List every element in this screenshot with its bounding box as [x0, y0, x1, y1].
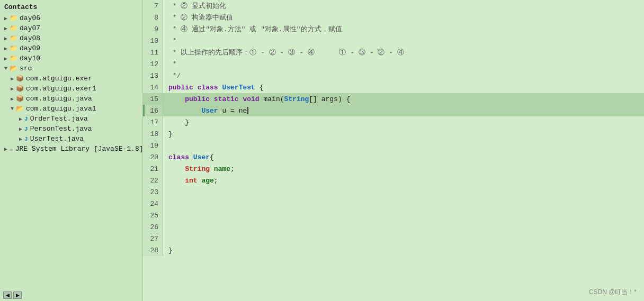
code-text [239, 95, 243, 103]
line-content: * [163, 35, 644, 47]
class-name: UserTest [222, 84, 255, 92]
line-number: 15 [143, 93, 163, 105]
line-content: public class UserTest { [163, 81, 644, 93]
code-line-20: 20 class User { [143, 151, 644, 163]
code-line-23: 23 [143, 186, 644, 198]
code-text: ; [230, 165, 235, 173]
java-file-icon: J [24, 126, 28, 132]
code-text: { [210, 153, 214, 161]
sidebar-item-day06[interactable]: ▶ 📁 day06 [0, 13, 142, 23]
line-content: * ② 显式初始化 [163, 0, 644, 12]
sidebar-item-label: com.atguigu.exer [26, 75, 92, 83]
code-line-22: 22 int age ; [143, 175, 644, 186]
code-line-7: 7 * ② 显式初始化 [143, 0, 644, 12]
sidebar-item-ordertest[interactable]: ▶ J OrderTest.java [0, 114, 142, 124]
class-name: User [201, 107, 218, 115]
sidebar-item-label: day06 [20, 14, 40, 22]
package-icon: 📦 [16, 85, 24, 93]
keyword: class [168, 153, 189, 161]
code-line-24: 24 [143, 198, 644, 209]
sidebar-item-label: day10 [20, 54, 40, 62]
sidebar-item-day09[interactable]: ▶ 📁 day09 [0, 43, 142, 53]
code-text: } [168, 118, 189, 126]
sidebar-item-label: day09 [20, 44, 40, 52]
code-line-9: 9 * ④ 通过"对象.方法" 或 "对象.属性"的方式，赋值 [143, 23, 644, 35]
package-open-icon: 📂 [16, 105, 24, 113]
sidebar-item-label: com.atguigu.java1 [26, 105, 96, 113]
sidebar-item-label: PersonTest.java [30, 125, 92, 133]
sidebar-item-java[interactable]: ▶ 📦 com.atguigu.java [0, 94, 142, 104]
sidebar-item-usertest[interactable]: ▶ J UserTest.java [0, 134, 142, 144]
java-file-icon: J [24, 116, 28, 122]
code-comment: * ② 构造器中赋值 [168, 13, 233, 22]
code-comment: * ② 显式初始化 [168, 1, 226, 11]
code-text [210, 165, 214, 173]
line-number: 20 [143, 151, 163, 163]
line-number: 8 [143, 12, 163, 23]
code-text: ; [214, 177, 218, 185]
code-line-19: 19 [143, 140, 644, 151]
editor[interactable]: 7 * ② 显式初始化 8 * ② 构造器中赋值 9 * ④ 通过"对象.方法"… [143, 0, 644, 301]
code-line-12: 12 * [143, 58, 644, 70]
keyword-type: int [185, 177, 197, 185]
line-content: } [163, 244, 644, 256]
src-icon: 📂 [10, 65, 17, 72]
keyword: public [168, 84, 193, 92]
sidebar-item-persontest[interactable]: ▶ J PersonTest.java [0, 124, 142, 134]
line-content: } [163, 128, 644, 140]
sidebar-item-java1[interactable]: ▼ 📂 com.atguigu.java1 [0, 104, 142, 114]
line-number: 10 [143, 35, 163, 47]
collapse-icon: ▶ [4, 146, 7, 152]
package-icon: 📦 [16, 95, 24, 103]
line-number: 23 [143, 186, 163, 198]
code-line-10: 10 * [143, 35, 644, 47]
line-number: 12 [143, 58, 163, 70]
collapse-icon: ▶ [4, 56, 7, 62]
code-line-15: 15 public static void main( String [] ar… [143, 93, 644, 105]
line-number: 17 [143, 116, 163, 128]
watermark: CSDN @叮当！* [589, 288, 637, 297]
code-text [210, 95, 214, 103]
java-file-icon: J [24, 136, 28, 142]
field-name: name [214, 165, 230, 173]
sidebar-item-label: OrderTest.java [30, 115, 88, 123]
line-content: String name ; [163, 163, 644, 175]
sidebar-item-jre[interactable]: ▶ ☕ JRE System Library [JavaSE-1.8] [0, 144, 142, 154]
collapse-icon: ▶ [19, 136, 22, 142]
line-number: 22 [143, 175, 163, 186]
sidebar-item-day08[interactable]: ▶ 📁 day08 [0, 33, 142, 43]
line-content: * 以上操作的先后顺序：① - ② - ③ - ④ ① - ③ - ② - ④ [163, 47, 644, 58]
code-comment: */ [168, 72, 181, 80]
line-number: 14 [143, 81, 163, 93]
folder-icon: 📁 [10, 14, 17, 22]
code-text [168, 165, 185, 173]
package-icon: 📦 [16, 75, 24, 83]
line-content [163, 140, 644, 151]
sidebar-item-day10[interactable]: ▶ 📁 day10 [0, 53, 142, 63]
sidebar-item-day07[interactable]: ▶ 📁 day07 [0, 23, 142, 33]
sidebar-item-src[interactable]: ▼ 📂 src [0, 63, 142, 74]
sidebar-scrollbar: ◀ ▶ [0, 289, 142, 301]
code-text [168, 107, 201, 115]
code-text: } [168, 130, 173, 138]
sidebar-item-exer[interactable]: ▶ 📦 com.atguigu.exer [0, 74, 142, 84]
code-line-11: 11 * 以上操作的先后顺序：① - ② - ③ - ④ ① - ③ - ② -… [143, 47, 644, 58]
code-text [168, 177, 185, 185]
collapse-icon: ▶ [19, 116, 22, 122]
scroll-right-btn[interactable]: ▶ [13, 291, 22, 299]
class-name: String [284, 95, 309, 103]
sidebar-item-exer1[interactable]: ▶ 📦 com.atguigu.exer1 [0, 84, 142, 94]
scroll-left-btn[interactable]: ◀ [3, 291, 12, 299]
code-comment: * [168, 37, 177, 45]
keyword: static [214, 95, 239, 103]
keyword: void [243, 95, 259, 103]
code-text [198, 177, 202, 185]
line-content: * ④ 通过"对象.方法" 或 "对象.属性"的方式，赋值 [163, 23, 644, 35]
code-text [218, 84, 222, 92]
line-content: class User { [163, 151, 644, 163]
line-number: 27 [143, 233, 163, 244]
code-line-26: 26 [143, 221, 644, 233]
line-number: 11 [143, 47, 163, 58]
line-content [163, 233, 644, 244]
collapse-icon: ▶ [19, 126, 22, 132]
